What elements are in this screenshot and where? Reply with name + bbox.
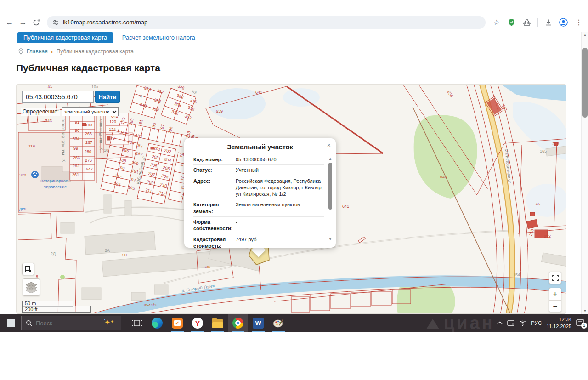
svg-text:281: 281 <box>501 104 509 112</box>
taskbar-search[interactable]: ✦✦ <box>21 316 121 330</box>
menu-dots-icon[interactable]: ⋮ <box>574 18 583 27</box>
site-settings-icon[interactable] <box>52 19 59 26</box>
svg-text:45: 45 <box>536 202 540 206</box>
forward-icon[interactable]: → <box>18 17 28 28</box>
breadcrumb-current: Публичная кадастровая карта <box>57 48 134 55</box>
svg-text:41: 41 <box>47 85 52 89</box>
system-tray: РУС 12:34 11.12.2025 1 <box>497 314 588 332</box>
cadastral-map[interactable]: 4111210а34364291103962663342679928026327… <box>16 84 566 314</box>
profile-icon[interactable] <box>559 18 568 27</box>
svg-text:640: 640 <box>440 175 447 179</box>
browser-chrome: ← → ik10map.roscadastres.com/map ☆ ⋮ <box>0 0 588 32</box>
cadastral-number-input[interactable] <box>22 91 94 103</box>
zoom-out-button[interactable]: − <box>549 301 561 313</box>
svg-text:2Д: 2Д <box>51 251 56 256</box>
tab-land-tax-calc[interactable]: Расчет земельного налога <box>122 32 195 43</box>
tray-date: 11.12.2025 <box>547 323 571 330</box>
toolbar-actions: ☆ ⋮ <box>492 18 583 27</box>
fullscreen-button[interactable] <box>549 272 561 284</box>
taskbar-file-explorer[interactable] <box>208 314 228 332</box>
tray-chevron-icon[interactable] <box>497 321 503 325</box>
todo-check-app-icon: ✓ <box>172 318 183 329</box>
chrome-icon <box>232 318 243 329</box>
copilot-sparkles-icon: ✦✦ <box>104 318 116 327</box>
reload-icon-glyph <box>33 19 40 26</box>
back-icon[interactable]: ← <box>5 17 14 28</box>
definition-select[interactable]: земельный участок <box>62 107 119 116</box>
scale-imperial: 200 ft <box>22 306 91 313</box>
svg-text:ул. им. М.Е. Бельского: ул. им. М.Е. Бельского <box>61 119 65 162</box>
svg-text:319: 319 <box>28 144 35 148</box>
tray-time: 12:34 <box>547 316 571 323</box>
popup-title: Земельный участок <box>184 138 336 154</box>
zoom-in-button[interactable]: + <box>549 288 561 301</box>
svg-text:647: 647 <box>86 167 93 171</box>
svg-text:261: 261 <box>72 172 79 177</box>
address-bar[interactable]: ik10map.roscadastres.com/map <box>47 16 486 29</box>
task-view-button[interactable] <box>127 314 147 332</box>
taskbar-paint[interactable] <box>268 314 288 332</box>
download-icon[interactable] <box>544 18 553 27</box>
file-explorer-icon <box>212 319 223 328</box>
windows-taskbar: ✦✦ ✓ Y W РУС 12:34 11.12.2025 <box>0 314 588 332</box>
svg-text:343: 343 <box>45 119 52 123</box>
taskbar-edge[interactable] <box>147 314 167 332</box>
scroll-down-icon[interactable]: ▼ <box>328 237 333 241</box>
extensions-puzzle-icon[interactable] <box>522 18 531 27</box>
svg-text:99: 99 <box>74 146 78 151</box>
layers-button[interactable] <box>23 278 40 296</box>
language-indicator[interactable]: РУС <box>531 320 542 326</box>
taskbar-chrome[interactable] <box>228 314 248 332</box>
url-text: ik10map.roscadastres.com/map <box>63 19 147 26</box>
measure-area-button[interactable] <box>22 263 34 275</box>
browser-toolbar: ← → ik10map.roscadastres.com/map ☆ ⋮ <box>0 14 588 31</box>
notification-center[interactable]: 1 <box>576 319 584 327</box>
clock[interactable]: 12:34 11.12.2025 <box>547 316 571 330</box>
svg-text:279: 279 <box>108 136 115 141</box>
page-title: Публичная кадастровая карта <box>16 62 160 74</box>
svg-text:346: 346 <box>177 85 185 91</box>
definition-filter: Определение: земельный участок <box>21 107 119 116</box>
site-tab-bar: Публичная кадастровая карта Расчет земел… <box>0 32 581 43</box>
close-icon[interactable]: × <box>327 142 331 149</box>
tablet-icon[interactable] <box>507 320 514 326</box>
svg-text:10а: 10а <box>91 85 98 89</box>
svg-text:96: 96 <box>75 128 79 133</box>
svg-text:280: 280 <box>85 149 91 154</box>
adblock-shield-icon[interactable] <box>507 18 516 27</box>
find-button[interactable]: Найти <box>95 91 120 103</box>
tab-public-cadastral-map[interactable]: Публичная кадастровая карта <box>17 32 113 43</box>
svg-text:195: 195 <box>128 185 136 191</box>
taskbar-todo-app[interactable]: ✓ <box>167 314 187 332</box>
svg-text:120: 120 <box>109 119 116 124</box>
svg-text:334: 334 <box>73 136 79 141</box>
map-scale: 50 m 200 ft <box>22 301 91 313</box>
taskbar-word[interactable]: W <box>248 314 268 332</box>
scrollbar-thumb[interactable] <box>582 48 588 118</box>
breadcrumb-separator-icon: ▸ <box>51 49 53 54</box>
svg-text:276: 276 <box>85 158 92 163</box>
wifi-icon[interactable] <box>519 320 526 326</box>
svg-text:636: 636 <box>204 265 210 269</box>
taskbar-search-input[interactable] <box>36 320 86 327</box>
page-scrollbar[interactable]: ▲ ▼ <box>581 32 588 314</box>
svg-text:641: 641 <box>255 90 262 95</box>
popup-scrollbar[interactable]: ▲ ▼ <box>328 157 333 241</box>
start-button[interactable] <box>0 314 21 332</box>
parcel-info-row: Категория земель:Земли населенных пункто… <box>193 199 324 217</box>
svg-text:Ветеринарное: Ветеринарное <box>40 179 68 183</box>
reload-icon[interactable] <box>32 17 41 28</box>
svg-text:639: 639 <box>216 109 223 113</box>
breadcrumb-home[interactable]: Главная <box>27 48 48 55</box>
bookmark-star-icon[interactable]: ☆ <box>492 18 501 27</box>
svg-text:267: 267 <box>85 140 92 145</box>
taskbar-apps: ✓ Y W <box>127 314 288 332</box>
scrollbar-down-icon[interactable]: ▼ <box>582 309 588 313</box>
svg-text:124: 124 <box>109 127 116 132</box>
popup-scroll-thumb[interactable] <box>328 163 332 210</box>
parcel-info-row: Кадастровая стоимость:7497 руб <box>193 234 324 248</box>
scroll-up-icon[interactable]: ▲ <box>328 157 333 161</box>
taskbar-yandex-browser[interactable]: Y <box>187 314 208 332</box>
scrollbar-up-icon[interactable]: ▲ <box>582 33 588 37</box>
task-view-icon <box>132 319 142 327</box>
